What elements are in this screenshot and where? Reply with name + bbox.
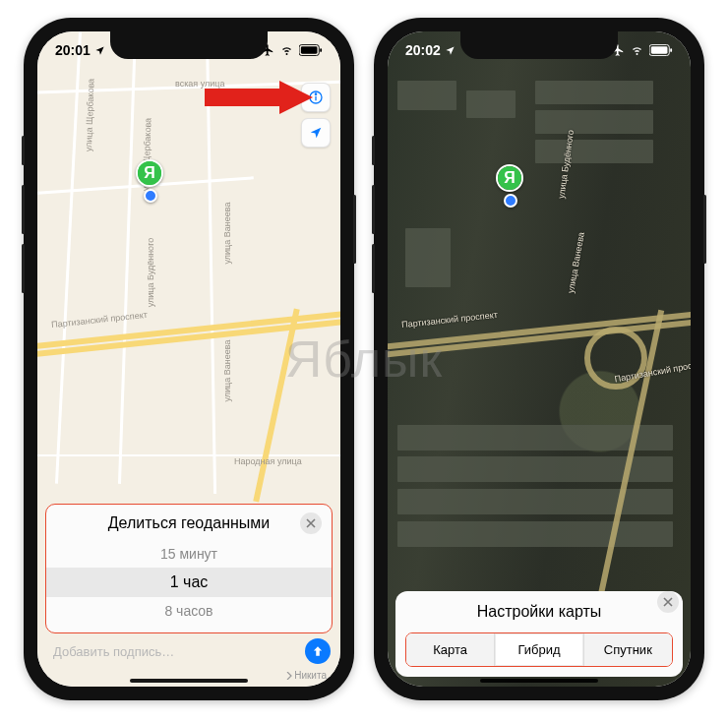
home-indicator[interactable] (480, 679, 598, 683)
wifi-icon (279, 44, 294, 56)
svg-rect-2 (320, 48, 322, 52)
notch (110, 31, 268, 59)
duration-option-0[interactable]: 15 минут (46, 540, 332, 568)
current-location-dot (144, 189, 157, 203)
chevron-right-icon (286, 672, 292, 680)
location-arrow-icon (309, 126, 323, 140)
segment-satellite[interactable]: Спутник (584, 633, 672, 666)
home-indicator[interactable] (130, 679, 248, 683)
phone-left: 20:01 (24, 18, 354, 700)
user-avatar-marker[interactable]: Я (136, 159, 163, 187)
svg-rect-10 (670, 48, 672, 52)
battery-icon (649, 44, 673, 56)
status-time: 20:02 (405, 42, 441, 58)
svg-marker-7 (279, 81, 313, 114)
segment-map[interactable]: Карта (406, 633, 495, 666)
street-label: Народная улица (234, 456, 302, 466)
share-location-sheet: Делиться геоданными 15 минут 1 час 8 час… (45, 504, 333, 633)
annotation-arrow-icon (205, 81, 313, 114)
compose-bar: Добавить подпись… (47, 637, 331, 665)
recipient-label: Никита (286, 670, 327, 681)
map-recenter-button[interactable] (301, 118, 331, 148)
street-label: улица Ванеева (566, 231, 586, 294)
battery-icon (299, 44, 323, 56)
close-button[interactable] (300, 512, 322, 534)
caption-input[interactable]: Добавить подпись… (47, 644, 297, 659)
map-view-hybrid[interactable]: улица Будённого улица Ванеева Партизанск… (388, 31, 691, 687)
svg-rect-1 (301, 46, 318, 53)
send-button[interactable] (305, 638, 331, 664)
close-button[interactable] (657, 591, 679, 613)
street-label: улица Ванеева (222, 203, 232, 265)
sheet-title: Делиться геоданными (46, 514, 332, 540)
location-services-icon (94, 45, 105, 56)
segment-hybrid[interactable]: Гибрид (495, 633, 583, 666)
duration-option-1[interactable]: 1 час (46, 568, 332, 597)
close-icon (306, 518, 316, 528)
street-label: улица Будённого (146, 238, 155, 307)
street-label: улица Ванеева (222, 340, 232, 402)
duration-option-2[interactable]: 8 часов (46, 597, 332, 625)
map-type-segmented: Карта Гибрид Спутник (405, 632, 673, 667)
sheet-title: Настройки карты (405, 603, 673, 632)
street-label: улица Щербакова (84, 79, 96, 152)
svg-rect-9 (651, 46, 668, 53)
notch (460, 31, 618, 59)
phone-right: 20:02 (374, 18, 704, 700)
close-icon (663, 597, 673, 607)
user-avatar-marker[interactable]: Я (496, 164, 523, 192)
status-time: 20:01 (55, 42, 91, 58)
location-services-icon (445, 45, 455, 56)
send-arrow-icon (311, 644, 325, 658)
map-settings-sheet: Настройки карты Карта Гибрид Спутник (395, 591, 683, 677)
street-label: Партизанский проспект (401, 310, 498, 330)
svg-point-5 (315, 93, 316, 94)
current-location-dot (504, 194, 517, 208)
wifi-icon (630, 44, 644, 56)
